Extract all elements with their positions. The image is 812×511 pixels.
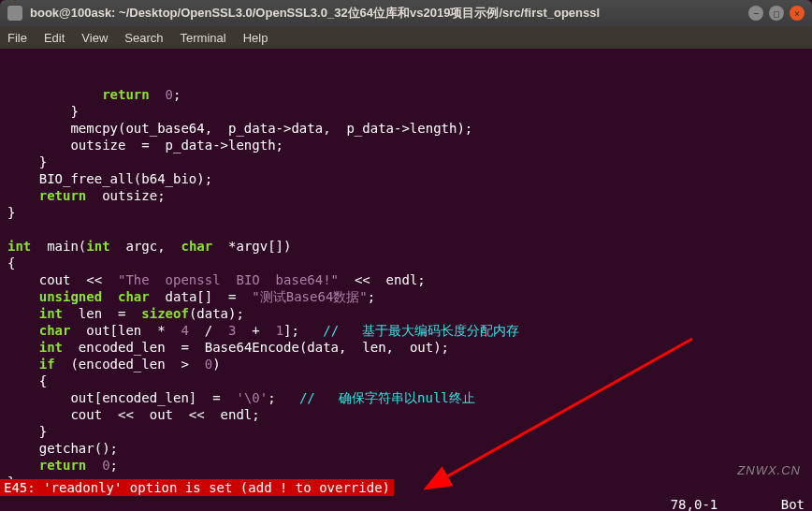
code-line: } (7, 423, 805, 440)
code-line: } (7, 103, 805, 120)
maximize-button[interactable]: □ (769, 6, 784, 21)
menu-view[interactable]: View (81, 31, 108, 45)
status-position: 78,0-1 Bot (623, 479, 812, 496)
window-title: book@100ask: ~/Desktop/OpenSSL3.0/OpenSS… (30, 5, 748, 22)
vim-status-line: E45: 'readonly' option is set (add ! to … (0, 479, 812, 496)
code-line: { (7, 255, 805, 271)
minimize-button[interactable]: − (748, 6, 763, 21)
terminal-area[interactable]: return 0; } memcpy(out_base64, p_data->d… (0, 49, 812, 511)
code-line: char out[len * 4 / 3 + 1]; // 基于最大编码长度分配… (7, 322, 805, 339)
menubar: File Edit View Search Terminal Help (0, 26, 812, 49)
code-line: return 0; (7, 457, 805, 474)
code-line: outsize = p_data->length; (7, 137, 805, 153)
code-line: if (encoded_len > 0) (7, 356, 805, 372)
window-controls: − □ × (748, 6, 805, 21)
code-line: return 0; (7, 86, 805, 103)
code-line: int main(int argc, char *argv[]) (7, 238, 805, 255)
code-line: BIO_free_all(b64_bio); (7, 170, 805, 187)
code-line: memcpy(out_base64, p_data->data, p_data-… (7, 120, 805, 137)
app-icon (7, 6, 22, 21)
code-line: cout << "The openssl BIO base64!" << end… (7, 271, 805, 288)
menu-search[interactable]: Search (124, 31, 163, 45)
menu-terminal[interactable]: Terminal (181, 31, 226, 45)
code-line: } (7, 204, 805, 221)
menu-help[interactable]: Help (243, 31, 268, 45)
menu-file[interactable]: File (7, 31, 27, 45)
code-line: unsigned char data[] = "测试Base64数据"; (7, 288, 805, 305)
code-line: out[encoded_len] = '\0'; // 确保字符串以null终止 (7, 389, 805, 406)
code-line: cout << out << endl; (7, 406, 805, 423)
close-button[interactable]: × (790, 6, 805, 21)
window-titlebar: book@100ask: ~/Desktop/OpenSSL3.0/OpenSS… (0, 0, 812, 26)
code-line: } (7, 153, 805, 170)
code-line: int len = sizeof(data); (7, 305, 805, 322)
menu-edit[interactable]: Edit (44, 31, 65, 45)
code-line: return outsize; (7, 187, 805, 204)
watermark: ZNWX.CN (737, 462, 801, 479)
code-line (7, 221, 805, 238)
status-error-message: E45: 'readonly' option is set (add ! to … (0, 479, 394, 496)
code-line: getchar(); (7, 440, 805, 457)
code-line: int encoded_len = Base64Encode(data, len… (7, 339, 805, 356)
code-content: return 0; } memcpy(out_base64, p_data->d… (7, 86, 805, 490)
code-line: { (7, 372, 805, 389)
